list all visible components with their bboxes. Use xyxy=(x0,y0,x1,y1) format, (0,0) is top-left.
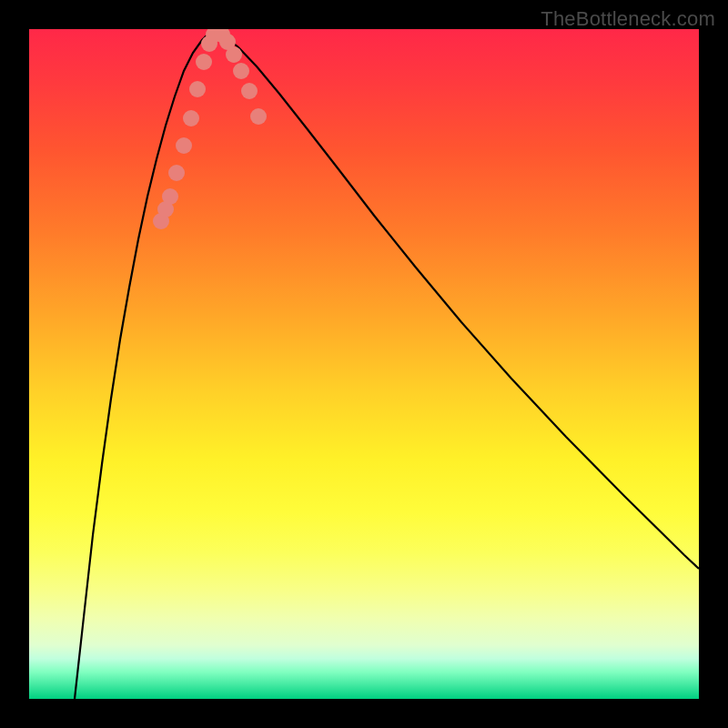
right-curve xyxy=(216,32,699,569)
chart-area xyxy=(29,29,699,699)
watermark-text: TheBottleneck.com xyxy=(541,7,715,31)
curve-svg xyxy=(29,29,699,699)
right-dots-point xyxy=(226,46,242,63)
left-curve xyxy=(75,32,216,699)
left-dots-point xyxy=(162,188,178,205)
left-dots-point xyxy=(189,81,206,97)
right-dots-point xyxy=(250,108,267,125)
right-dots-point xyxy=(241,83,258,99)
left-dots-point xyxy=(168,165,185,181)
right-dots-point xyxy=(233,63,249,79)
left-dots-point xyxy=(183,110,199,126)
left-dots-point xyxy=(196,54,212,70)
left-dots-point xyxy=(176,137,192,154)
